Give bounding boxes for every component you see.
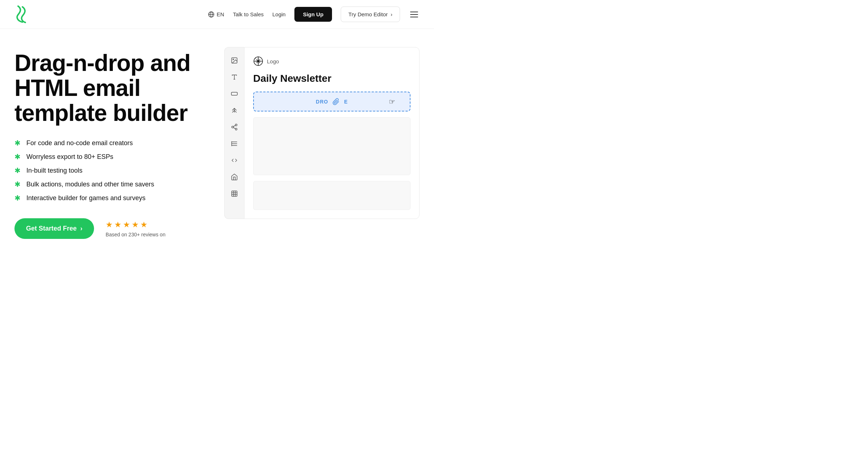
login-link[interactable]: Login <box>272 11 286 17</box>
logo-icon <box>14 5 29 24</box>
editor-canvas: Logo Daily Newsletter DRO E ☞ <box>244 47 420 219</box>
editor-logo-row: Logo <box>253 56 410 66</box>
svg-line-12 <box>233 127 235 128</box>
star-1: ★ <box>106 220 113 229</box>
hero-section: Drag-n-drop and HTML email template buil… <box>0 29 434 253</box>
try-demo-arrow: › <box>391 11 392 17</box>
star-3: ★ <box>123 220 130 229</box>
star-4: ★ <box>132 220 139 229</box>
sidebar-code-icon[interactable] <box>227 153 242 168</box>
drop-zone-text: DRO <box>316 99 328 105</box>
sidebar-layout-icon[interactable] <box>227 103 242 118</box>
get-started-label: Get Started Free <box>26 225 77 232</box>
hero-title: Drag-n-drop and HTML email template buil… <box>14 51 210 126</box>
lang-label: EN <box>217 11 224 17</box>
sidebar-text-icon[interactable] <box>227 70 242 84</box>
cursor-icon: ☞ <box>389 97 395 106</box>
paperclip-icon <box>332 98 340 105</box>
globe-icon <box>208 11 214 18</box>
editor-preview: Logo Daily Newsletter DRO E ☞ <box>224 47 420 219</box>
editor-sidebar <box>224 47 244 219</box>
star-2: ★ <box>114 220 122 229</box>
signup-button[interactable]: Sign Up <box>294 7 332 22</box>
editor-drop-zone[interactable]: DRO E ☞ <box>253 92 410 111</box>
feature-star-1: ✱ <box>14 139 21 147</box>
feature-star-3: ✱ <box>14 166 21 175</box>
feature-text-3: In-built testing tools <box>26 167 82 174</box>
reviews-text: Based on 230+ reviews on <box>106 232 165 237</box>
svg-point-11 <box>235 128 237 130</box>
logo[interactable] <box>14 5 29 24</box>
feature-text-4: Bulk actions, modules and other time sav… <box>26 181 154 188</box>
svg-rect-18 <box>232 191 237 197</box>
feature-star-5: ✱ <box>14 194 21 202</box>
sidebar-image2-icon[interactable] <box>227 186 242 201</box>
editor-logo-text: Logo <box>267 58 279 64</box>
feature-item-2: ✱ Worryless export to 80+ ESPs <box>14 152 210 161</box>
feature-star-4: ✱ <box>14 180 21 189</box>
get-started-button[interactable]: Get Started Free › <box>14 218 94 239</box>
feature-item-4: ✱ Bulk actions, modules and other time s… <box>14 180 210 189</box>
svg-rect-7 <box>231 92 238 95</box>
feature-star-2: ✱ <box>14 152 21 161</box>
feature-item-5: ✱ Interactive builder for games and surv… <box>14 194 210 202</box>
svg-point-10 <box>232 126 234 128</box>
feature-text-5: Interactive builder for games and survey… <box>26 194 145 202</box>
editor-content-block-2 <box>253 181 410 210</box>
editor-logo-icon <box>253 56 263 66</box>
get-started-arrow: › <box>80 225 82 232</box>
language-selector[interactable]: EN <box>208 11 224 18</box>
star-5: ★ <box>140 220 148 229</box>
feature-text-1: For code and no-code email creators <box>26 139 133 147</box>
svg-point-4 <box>233 59 234 60</box>
try-demo-label: Try Demo Editor <box>348 11 388 17</box>
feature-item-3: ✱ In-built testing tools <box>14 166 210 175</box>
feature-item-1: ✱ For code and no-code email creators <box>14 139 210 147</box>
sidebar-button-icon[interactable] <box>227 87 242 101</box>
hero-cta: Get Started Free › ★ ★ ★ ★ ★ Based on 23… <box>14 218 210 239</box>
star-rating: ★ ★ ★ ★ ★ <box>106 220 165 229</box>
reviews-block: ★ ★ ★ ★ ★ Based on 230+ reviews on <box>106 220 165 237</box>
hero-left: Drag-n-drop and HTML email template buil… <box>14 51 210 239</box>
hamburger-menu[interactable] <box>409 10 420 19</box>
nav-right: EN Talk to Sales Login Sign Up Try Demo … <box>208 7 420 22</box>
svg-line-13 <box>233 125 235 126</box>
sidebar-module-icon[interactable] <box>227 170 242 184</box>
hero-features-list: ✱ For code and no-code email creators ✱ … <box>14 139 210 202</box>
sidebar-share-icon[interactable] <box>227 120 242 134</box>
navbar: EN Talk to Sales Login Sign Up Try Demo … <box>0 0 434 29</box>
try-demo-button[interactable]: Try Demo Editor › <box>341 7 400 22</box>
drop-zone-text2: E <box>344 99 348 105</box>
editor-content-block-1 <box>253 117 410 175</box>
feature-text-2: Worryless export to 80+ ESPs <box>26 153 113 161</box>
sidebar-image-icon[interactable] <box>227 53 242 68</box>
sidebar-table-icon[interactable] <box>227 136 242 151</box>
talk-to-sales-link[interactable]: Talk to Sales <box>233 11 264 17</box>
svg-point-9 <box>235 124 237 126</box>
editor-newsletter-title: Daily Newsletter <box>253 73 410 84</box>
